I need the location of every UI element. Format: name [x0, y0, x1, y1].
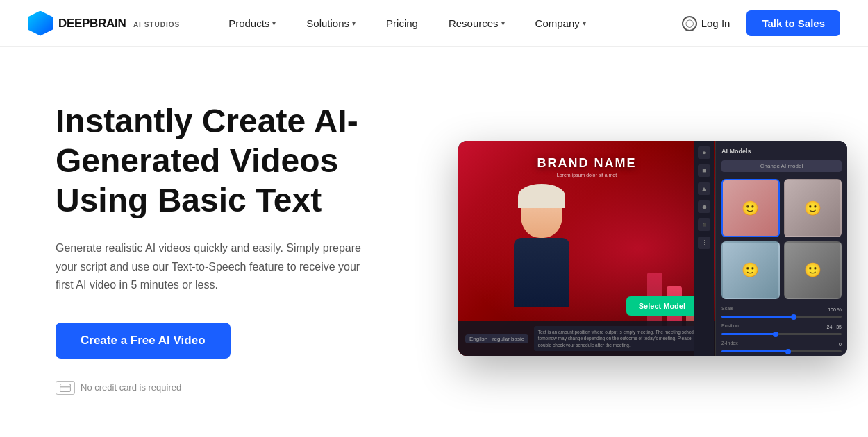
nav-company[interactable]: Company ▾: [520, 0, 601, 47]
z-index-section: Z-Index 0: [721, 341, 842, 352]
model-thumb-1[interactable]: 🙂: [721, 179, 780, 237]
model-thumb-2[interactable]: 🙂: [784, 179, 842, 237]
hero-left: Instantly Create AI-Generated Videos Usi…: [56, 102, 417, 394]
change-model-button[interactable]: Change AI model: [721, 160, 842, 172]
chevron-down-icon: ▾: [352, 19, 356, 27]
script-text: Text is an amount position where output …: [534, 326, 708, 350]
nav-pricing[interactable]: Pricing: [371, 0, 433, 47]
tool-icon-3[interactable]: ▲: [698, 182, 710, 195]
brand-name: BRAND NAME: [537, 156, 637, 171]
scale-section: Scale 100 %: [721, 306, 842, 318]
z-index-value: 0: [839, 342, 842, 347]
video-preview: BRAND NAME Lorem ipsum dolor sit a met: [458, 141, 715, 356]
panel-title: AI Models: [721, 148, 842, 155]
nav-resources[interactable]: Resources ▾: [433, 0, 520, 47]
svg-rect-0: [60, 384, 71, 391]
user-icon: ◯: [682, 16, 697, 31]
select-model-button[interactable]: Select Model: [626, 296, 698, 316]
nav-right: ◯ Log In Talk to Sales: [674, 10, 840, 37]
chevron-down-icon: ▾: [272, 19, 276, 27]
tool-icon-2[interactable]: ■: [698, 164, 710, 177]
model-thumb-3[interactable]: 🙂: [721, 241, 780, 300]
logo-icon: [28, 11, 53, 36]
logo-sub: AI STUDIOS: [133, 21, 180, 28]
no-credit-card-notice: No credit card is required: [56, 381, 417, 395]
ai-models-panel: AI Models Change AI model 🙂 🙂 🙂 🙂: [715, 141, 847, 356]
avatar-head: [521, 189, 562, 238]
avatar-hair: [518, 184, 565, 208]
nav-products[interactable]: Products ▾: [213, 0, 291, 47]
video-bottom-bar: English · regular basic Text is an amoun…: [458, 321, 715, 356]
model-grid: 🙂 🙂 🙂 🙂: [721, 179, 842, 299]
z-index-slider[interactable]: [721, 350, 842, 352]
credit-card-icon: [56, 381, 75, 395]
talk-to-sales-button[interactable]: Talk to Sales: [746, 10, 840, 36]
scale-slider[interactable]: [721, 316, 842, 318]
z-index-label: Z-Index: [721, 341, 738, 345]
hero-section: Instantly Create AI-Generated Videos Usi…: [0, 47, 868, 436]
tool-icon-6[interactable]: ⋮: [698, 237, 710, 249]
position-value: 24 · 35: [827, 325, 842, 329]
nav-solutions[interactable]: Solutions ▾: [291, 0, 371, 47]
create-free-video-button[interactable]: Create a Free AI Video: [56, 323, 231, 359]
logo[interactable]: DEEPBRAIN AI STUDIOS: [28, 11, 180, 36]
hero-right: BRAND NAME Lorem ipsum dolor sit a met: [458, 141, 847, 356]
nav-links: Products ▾ Solutions ▾ Pricing Resources…: [213, 0, 674, 47]
brand-subtitle: Lorem ipsum dolor sit a met: [557, 173, 617, 178]
tool-icon-1[interactable]: ●: [698, 146, 710, 159]
scale-value: 100 %: [828, 307, 842, 312]
language-badge: English · regular basic: [465, 334, 528, 343]
hero-title: Instantly Create AI-Generated Videos Usi…: [56, 102, 417, 220]
tool-icon-4[interactable]: ◆: [698, 200, 710, 213]
avatar-body: [514, 238, 569, 307]
position-label: Position: [721, 323, 739, 328]
scale-label: Scale: [721, 306, 734, 311]
chevron-down-icon: ▾: [583, 19, 586, 27]
studio-screenshot: BRAND NAME Lorem ipsum dolor sit a met: [458, 141, 847, 356]
tool-icon-5[interactable]: ◾: [698, 218, 710, 231]
chevron-down-icon: ▾: [501, 19, 505, 27]
hero-description: Generate realistic AI videos quickly and…: [56, 239, 375, 294]
svg-rect-1: [60, 386, 71, 388]
model-thumb-4[interactable]: 🙂: [784, 241, 842, 300]
avatar: [500, 189, 583, 328]
position-slider[interactable]: [721, 333, 842, 335]
navigation: DEEPBRAIN AI STUDIOS Products ▾ Solution…: [0, 0, 868, 47]
position-section: Position 24 · 35: [721, 323, 842, 335]
logo-text: DEEPBRAIN: [58, 17, 126, 30]
side-tool-icons: ● ■ ▲ ◆ ◾ ⋮: [694, 141, 714, 356]
login-button[interactable]: ◯ Log In: [674, 10, 739, 37]
